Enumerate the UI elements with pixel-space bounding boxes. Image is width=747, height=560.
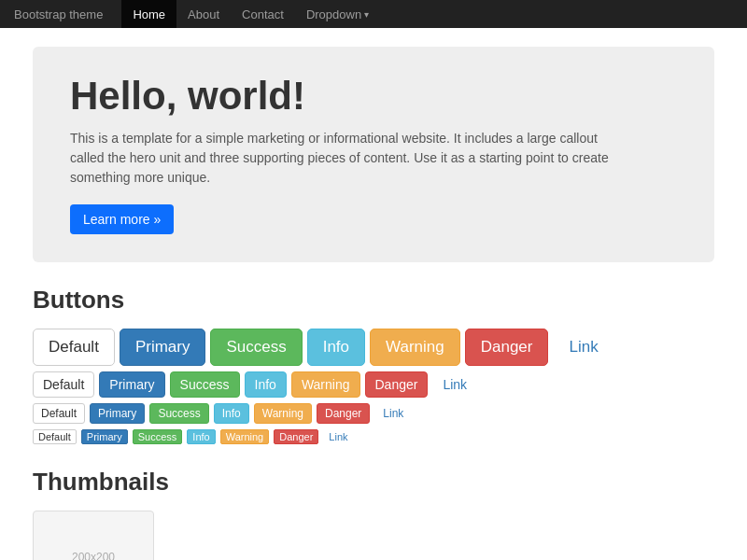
navbar-brand[interactable]: Bootstrap theme xyxy=(14,7,103,21)
hero-unit: Hello, world! This is a template for a s… xyxy=(33,47,714,262)
button-row-xsmall: Default Primary Success Info Warning Dan… xyxy=(33,429,714,444)
button-row-medium: Default Primary Success Info Warning Dan… xyxy=(33,371,714,398)
buttons-section-title: Buttons xyxy=(33,286,714,315)
btn-link-sm[interactable]: Link xyxy=(374,403,412,424)
nav-item-dropdown[interactable]: Dropdown ▾ xyxy=(295,0,380,28)
btn-success-xs[interactable]: Success xyxy=(133,429,183,444)
thumbnail-label: 200x200 xyxy=(72,551,115,560)
btn-warning-sm[interactable]: Warning xyxy=(254,403,312,424)
btn-warning-xs[interactable]: Warning xyxy=(220,429,270,444)
btn-primary-sm[interactable]: Primary xyxy=(90,403,145,424)
thumbnails-section-title: Thumbnails xyxy=(33,468,714,497)
button-row-large: Default Primary Success Info Warning Dan… xyxy=(33,329,714,366)
nav-item-about[interactable]: About xyxy=(176,0,231,28)
chevron-down-icon: ▾ xyxy=(364,9,369,20)
btn-primary-lg[interactable]: Primary xyxy=(120,329,206,366)
button-row-small: Default Primary Success Info Warning Dan… xyxy=(33,403,714,424)
thumbnails-section: Thumbnails 200x200 xyxy=(33,468,714,560)
learn-more-button[interactable]: Learn more » xyxy=(70,204,174,234)
btn-default-md[interactable]: Default xyxy=(33,371,94,398)
btn-danger-lg[interactable]: Danger xyxy=(465,329,549,366)
btn-info-xs[interactable]: Info xyxy=(187,429,215,444)
btn-default-xs[interactable]: Default xyxy=(33,429,77,444)
nav-items: Home About Contact Dropdown ▾ xyxy=(121,0,380,28)
btn-warning-md[interactable]: Warning xyxy=(291,371,360,398)
btn-success-md[interactable]: Success xyxy=(170,371,240,398)
btn-warning-lg[interactable]: Warning xyxy=(370,329,460,366)
nav-item-home[interactable]: Home xyxy=(121,0,176,28)
buttons-section: Buttons Default Primary Success Info War… xyxy=(33,286,714,444)
hero-title: Hello, world! xyxy=(70,75,677,118)
btn-link-md[interactable]: Link xyxy=(432,371,477,398)
hero-description: This is a template for a simple marketin… xyxy=(70,129,630,188)
nav-item-contact[interactable]: Contact xyxy=(231,0,295,28)
btn-primary-md[interactable]: Primary xyxy=(99,371,164,398)
btn-danger-sm[interactable]: Danger xyxy=(317,403,370,424)
main-content: Hello, world! This is a template for a s… xyxy=(19,28,728,560)
btn-default-sm[interactable]: Default xyxy=(33,403,85,424)
btn-primary-xs[interactable]: Primary xyxy=(81,429,128,444)
btn-danger-xs[interactable]: Danger xyxy=(274,429,318,444)
thumbnail-image: 200x200 xyxy=(33,511,154,560)
btn-info-sm[interactable]: Info xyxy=(214,403,249,424)
navbar: Bootstrap theme Home About Contact Dropd… xyxy=(0,0,747,28)
btn-success-sm[interactable]: Success xyxy=(149,403,208,424)
btn-link-lg[interactable]: Link xyxy=(553,329,613,366)
btn-link-xs[interactable]: Link xyxy=(323,429,353,444)
btn-danger-md[interactable]: Danger xyxy=(365,371,429,398)
btn-info-md[interactable]: Info xyxy=(245,371,287,398)
btn-success-lg[interactable]: Success xyxy=(210,329,302,366)
btn-default-lg[interactable]: Default xyxy=(33,329,115,366)
btn-info-lg[interactable]: Info xyxy=(307,329,365,366)
